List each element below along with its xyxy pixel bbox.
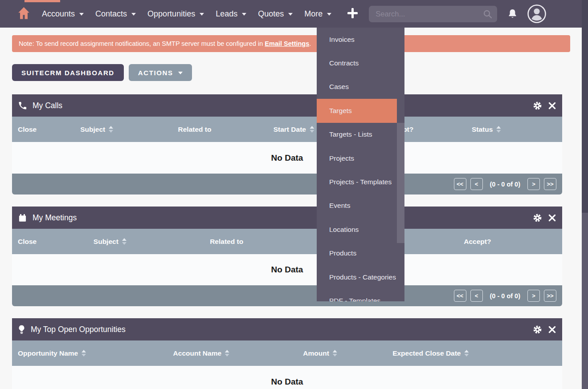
sort-arrows-icon — [109, 126, 113, 133]
nav-item-contacts[interactable]: Contacts — [90, 0, 142, 28]
active-tab-indicator — [24, 0, 60, 2]
gear-icon[interactable] — [533, 325, 542, 334]
menu-item-cases[interactable]: Cases — [317, 75, 404, 99]
menu-item-products-categories[interactable]: Products - Categories — [317, 265, 404, 289]
nav-item-more[interactable]: More — [298, 0, 337, 28]
column-header-opportunity-name[interactable]: Opportunity Name — [18, 349, 86, 357]
nav-item-label: Opportunities — [147, 9, 195, 19]
chevron-down-icon — [131, 13, 136, 18]
menu-item-pdf-templates[interactable]: PDF - Templates — [317, 289, 404, 301]
column-header-subject[interactable]: Subject — [94, 238, 127, 246]
prev-page-button[interactable]: < — [470, 290, 483, 302]
search-icon[interactable] — [483, 9, 492, 20]
panel-my-top-open-opportunities: My Top Open OpportunitiesOpportunity Nam… — [12, 318, 562, 389]
nav-item-accounts[interactable]: Accounts — [36, 0, 90, 28]
page-range-label: (0 - 0 of 0) — [490, 181, 520, 188]
dashboard-toolbar: SUITECRM DASHBOARD ACTIONS — [12, 64, 192, 81]
column-header-start-date[interactable]: Start Date — [274, 126, 314, 134]
search-input[interactable] — [369, 6, 497, 22]
page-scrollbar-thumb[interactable] — [582, 0, 588, 213]
nav-item-label: Quotes — [258, 9, 284, 19]
column-label: Subject — [80, 126, 105, 134]
panel-header: My Calls — [12, 94, 562, 117]
close-icon[interactable] — [548, 214, 556, 222]
column-label: Amount — [303, 349, 329, 357]
sort-arrows-icon — [496, 126, 501, 133]
column-header-row: CloseSubjectRelated toAccept? — [12, 229, 562, 254]
panel-header: My Meetings — [12, 207, 562, 229]
prev-page-button[interactable]: < — [470, 178, 483, 190]
menu-item-invoices[interactable]: Invoices — [317, 28, 404, 51]
menu-item-events[interactable]: Events — [317, 194, 404, 218]
nav-item-label: More — [304, 9, 323, 19]
empty-state-label: No Data — [271, 153, 303, 163]
panel-controls — [533, 213, 556, 223]
first-page-button[interactable]: << — [454, 290, 466, 302]
column-label: Close — [18, 126, 37, 134]
menu-item-contracts[interactable]: Contracts — [317, 51, 404, 75]
column-label: Status — [472, 126, 493, 134]
empty-state-label: No Data — [271, 265, 303, 275]
column-label: Related to — [178, 126, 212, 134]
column-label: Close — [18, 238, 37, 246]
close-icon[interactable] — [548, 102, 556, 109]
chevron-down-icon — [79, 13, 84, 18]
next-page-button[interactable]: > — [527, 290, 540, 302]
last-page-button[interactable]: >> — [544, 290, 556, 302]
column-label: Start Date — [274, 126, 306, 134]
column-header-close: Close — [18, 238, 37, 246]
user-avatar-icon[interactable] — [527, 4, 547, 24]
menu-item-targets-lists[interactable]: Targets - Lists — [317, 123, 404, 146]
banner-text: Note: To send record assignment notifica… — [19, 40, 265, 47]
next-page-button[interactable]: > — [527, 178, 540, 190]
actions-button[interactable]: ACTIONS — [129, 64, 192, 81]
actions-button-label: ACTIONS — [138, 69, 173, 77]
menu-item-locations[interactable]: Locations — [317, 218, 404, 241]
sort-arrows-icon — [310, 126, 314, 133]
menu-item-projects[interactable]: Projects — [317, 146, 404, 170]
gear-icon[interactable] — [533, 213, 542, 223]
banner-text-suffix: . — [309, 40, 311, 47]
panel-controls — [533, 325, 556, 334]
panel-footer: <<<(0 - 0 of 0)>>> — [12, 285, 562, 306]
sort-arrows-icon — [122, 238, 127, 245]
column-label: Accept? — [464, 238, 491, 246]
panel-title: My Calls — [33, 101, 62, 110]
home-button[interactable] — [18, 7, 30, 21]
nav-item-opportunities[interactable]: Opportunities — [142, 0, 210, 28]
chevron-down-icon — [200, 13, 204, 18]
sort-arrows-icon — [225, 350, 229, 357]
global-search — [369, 6, 497, 22]
column-header-account-name[interactable]: Account Name — [173, 349, 230, 357]
quick-create-button[interactable] — [347, 8, 358, 20]
column-label: Expected Close Date — [392, 349, 461, 357]
close-icon[interactable] — [548, 326, 556, 333]
column-header-expected-close-date[interactable]: Expected Close Date — [392, 349, 469, 357]
bell-icon[interactable] — [507, 8, 518, 20]
nav-item-label: Contacts — [95, 9, 127, 19]
nav-item-leads[interactable]: Leads — [210, 0, 252, 28]
panel-footer: <<<(0 - 0 of 0)>>> — [12, 174, 562, 194]
column-label: Subject — [94, 238, 118, 246]
menu-scrollbar-thumb[interactable] — [397, 123, 404, 243]
column-header-amount[interactable]: Amount — [303, 349, 337, 357]
column-header-status[interactable]: Status — [472, 126, 501, 134]
panel-title: My Meetings — [33, 213, 77, 223]
nav-item-quotes[interactable]: Quotes — [252, 0, 298, 28]
column-label: Related to — [210, 238, 243, 246]
email-settings-link[interactable]: Email Settings — [265, 40, 309, 47]
column-header-subject[interactable]: Subject — [80, 126, 113, 134]
suitecrm-dashboard-button[interactable]: SUITECRM DASHBOARD — [12, 64, 124, 81]
chevron-down-icon — [327, 13, 331, 18]
nav-item-label: Accounts — [42, 9, 75, 19]
menu-item-targets[interactable]: Targets — [317, 99, 397, 122]
page-scrollbar[interactable] — [582, 0, 588, 389]
more-menu-items: InvoicesContractsCasesTargetsTargets - L… — [317, 28, 404, 301]
pagination: <<<(0 - 0 of 0)>>> — [454, 290, 556, 302]
gear-icon[interactable] — [533, 101, 542, 110]
first-page-button[interactable]: << — [454, 178, 466, 190]
menu-item-products[interactable]: Products — [317, 242, 404, 265]
menu-item-projects-templates[interactable]: Projects - Templates — [317, 170, 404, 194]
column-header-row: CloseSubjectRelated toStart DateAccept?S… — [12, 117, 562, 142]
last-page-button[interactable]: >> — [544, 178, 556, 190]
